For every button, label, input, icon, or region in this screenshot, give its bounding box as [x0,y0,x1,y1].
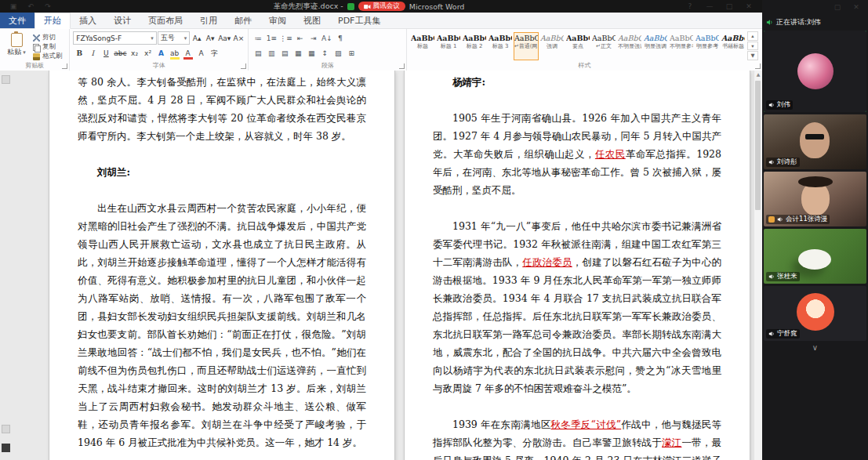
style-sample: AaBbCcD [540,34,564,43]
redo-icon[interactable]: ↷ [42,1,54,13]
style-chip-明显参考[interactable]: AaBbCcC明显参考 [695,32,720,60]
panel-close-icon[interactable]: ✕ [850,1,863,13]
participant-tile-宁舒窕[interactable]: 宁舒窕 [764,286,866,341]
tab-插入[interactable]: 插入 [71,13,105,28]
shading-icon[interactable]: ▨ [332,48,344,60]
text-effects-icon[interactable]: A [155,48,168,60]
numbering-icon[interactable]: 1≡ [265,32,278,44]
style-label: ↵普通(网... [514,43,538,50]
panel-expand-icon[interactable]: ▢ [831,1,844,13]
paste-button[interactable]: 粘贴 [3,31,30,60]
participant-tile-张桂来[interactable]: 张桂来 [764,229,866,284]
document-scrollbar[interactable]: ▲ [754,71,762,460]
style-sample: AaBbC [411,34,434,43]
format-painter-button[interactable]: 格式刷 [33,53,63,60]
dialog-launcher-icon[interactable] [241,63,246,69]
align-right-icon[interactable]: ▤ [278,48,291,60]
increase-indent-icon[interactable]: ⇥ [307,32,320,44]
clipboard-copy-button[interactable]: 复制 [33,43,63,51]
distributed-icon[interactable]: ▦ [305,48,318,60]
collapse-panel-button[interactable]: ∨ [762,341,868,353]
change-case-icon[interactable]: Aa▾ [217,32,231,44]
left-margin-icon[interactable] [2,425,10,433]
underline-icon[interactable]: U [100,48,112,60]
style-label: 标题 [411,43,434,50]
clipboard-cut-button[interactable]: 剪切 [33,34,63,42]
gallery-more-icon[interactable]: ▼ [747,51,758,60]
font-family-select[interactable]: FZYaSongS-F [73,31,156,45]
save-icon[interactable]: ▣ [7,1,20,13]
dialog-launcher-icon[interactable] [399,63,405,69]
subscript-icon[interactable]: x₂ [129,48,141,60]
style-chip-不明显参考[interactable]: AaBbCcD不明显参考 [669,32,694,60]
tab-设计[interactable]: 设计 [105,13,140,28]
multilevel-list-icon[interactable]: ⋮≡ [278,32,293,44]
meeting-pill[interactable]: 腾讯会议 [358,2,405,11]
undo-icon[interactable]: ↶ [24,1,37,13]
minimize-icon[interactable]: — [703,1,716,13]
style-chip-要点[interactable]: AaBbCcD要点 [565,32,590,60]
style-chip-明显强调[interactable]: AaBbCcD明显强调 [643,32,668,60]
document-page-2[interactable]: 杨靖宇:1905 年生于河南省确山县。1926 年加入中国共产主义青年团。192… [405,71,750,460]
tab-页面布局[interactable]: 页面布局 [140,13,191,28]
copy-icon [33,44,40,51]
style-chip-标题[interactable]: AaBbC标题 [410,32,435,60]
style-label: 明显强调 [644,43,667,50]
bullets-icon[interactable]: ≔ [252,32,264,44]
style-chip-标题 2[interactable]: AaBbC标题 2 [462,32,487,60]
participant-name: 张桂来 [777,272,797,281]
tab-引用[interactable]: 引用 [191,13,226,28]
tab-邮件[interactable]: 邮件 [226,13,260,28]
speaking-label: 正在讲话:刘伟 [776,17,821,27]
tab-PDF工具集[interactable]: PDF工具集 [329,13,389,28]
show-marks-icon[interactable]: ¶ [334,32,347,44]
decrease-indent-icon[interactable]: ⇤ [294,32,307,44]
gallery-down-icon[interactable]: ▾ [747,42,758,51]
help-icon[interactable]: ? [684,1,696,13]
style-chip-↵正文[interactable]: AaBbCcD↵正文 [591,32,616,60]
justify-icon[interactable]: ▦ [292,48,304,60]
scroll-up-icon[interactable]: ▲ [754,71,762,78]
highlight-color-icon[interactable]: ab [169,48,181,60]
tab-开始[interactable]: 开始 [35,13,71,29]
maximize-icon[interactable]: □ [723,1,735,13]
tab-文件[interactable]: 文件 [0,13,35,28]
tab-视图[interactable]: 视图 [295,13,329,28]
style-chip-↵普通(网...[interactable]: AaBbCcD↵普通(网... [514,32,539,60]
document-page-1[interactable]: 等 80 余人。李大钊备受酷刑，在监狱中，在法庭上，始终大义凛然，坚贞不屈。4 … [49,71,394,460]
style-chip-标题 1[interactable]: AaBbC标题 1 [436,32,461,60]
superscript-icon[interactable]: x² [142,48,154,60]
left-margin-icon[interactable] [2,75,10,84]
line-spacing-icon[interactable]: ↕ [318,48,331,60]
dialog-launcher-icon[interactable] [62,63,67,69]
participant-tile-刘伟[interactable]: 刘伟 [764,31,866,112]
dialog-launcher-icon[interactable] [755,63,761,69]
italic-icon[interactable]: I [86,48,99,60]
mic-icon [768,273,775,280]
taskbar-corner-icon[interactable] [2,444,10,452]
style-chip-不明显强调[interactable]: AaBbCcD不明显强调 [617,32,642,60]
font-color-icon[interactable]: A [182,48,194,60]
sort-icon[interactable]: A↓ [321,32,333,44]
gallery-up-icon[interactable]: ▴ [747,31,758,41]
align-center-icon[interactable]: ▥ [265,48,278,60]
shrink-font-icon[interactable]: A▾ [204,32,216,44]
style-chip-书籍标题[interactable]: AaBbCcD书籍标题 [721,32,746,60]
participant-tile-刘诗彤[interactable]: 刘诗彤 [764,114,866,169]
style-chip-标题 3[interactable]: AaBbC标题 3 [488,32,513,60]
enclose-characters-icon[interactable]: 字 [209,48,221,60]
quick-access-toolbar: ▣↶↷ [0,1,61,13]
participant-tile-会计11张诗漫[interactable]: 会计11张诗漫 [764,172,866,226]
grow-font-icon[interactable]: A▴ [191,32,203,44]
align-left-icon[interactable]: ▤ [252,48,264,60]
font-size-select[interactable]: 五号 [158,31,190,45]
bold-icon[interactable]: B [73,48,85,60]
character-shading-icon[interactable]: A [195,48,208,60]
clear-formatting-icon[interactable]: A× [232,32,245,44]
style-chip-强调[interactable]: AaBbCcD强调 [539,32,565,60]
close-icon[interactable]: ✕ [743,1,755,13]
scrollbar-thumb[interactable] [755,81,761,210]
strikethrough-icon[interactable]: abc [113,48,127,60]
borders-icon[interactable]: ⊞ [345,48,358,60]
tab-审阅[interactable]: 审阅 [260,13,295,28]
